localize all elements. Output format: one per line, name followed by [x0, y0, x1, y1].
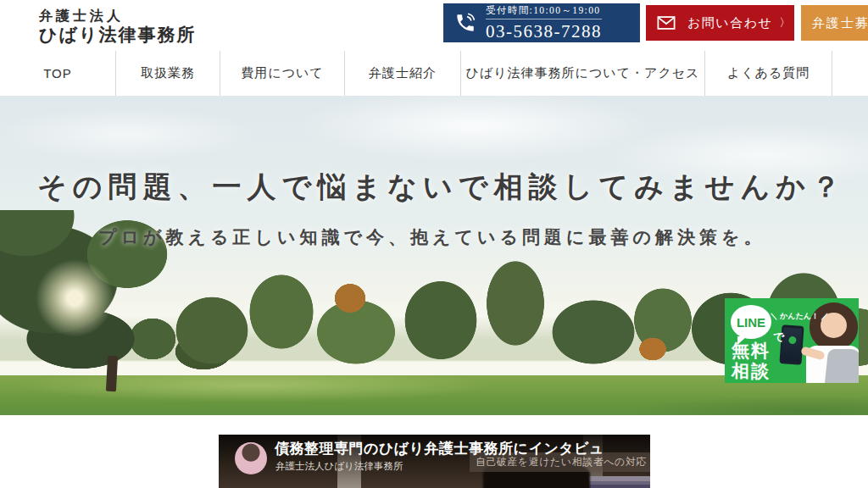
- nav-item-top[interactable]: TOP: [0, 51, 116, 96]
- nav-item-faq[interactable]: よくある質問: [705, 51, 832, 96]
- video-title[interactable]: 債務整理専門のひばり弁護士事務所にインタビュ: [275, 439, 604, 458]
- nav-label: 取扱業務: [141, 65, 195, 81]
- contact-button[interactable]: お問い合わせ 〉: [646, 5, 794, 41]
- video-channel: 弁護士法人ひばり法律事務所: [275, 460, 403, 473]
- recruit-button[interactable]: 弁護士募: [801, 5, 868, 41]
- line-free-line1: 無料: [732, 341, 771, 361]
- phone-box[interactable]: 受付時間:10:00～19:00 03-5638-7288: [443, 3, 640, 42]
- nav-item-about-access[interactable]: ひばり法律事務所について・アクセス: [461, 51, 705, 96]
- phone-number: 03-5638-7288: [486, 21, 602, 42]
- channel-avatar[interactable]: [235, 442, 267, 474]
- reception-hours: 受付時間:10:00～19:00: [486, 4, 602, 19]
- nav-label: 費用について: [241, 65, 323, 81]
- hero-headline: その問題、一人で悩まないで相談してみませんか？: [37, 168, 846, 207]
- nav-label: 弁護士紹介: [369, 65, 437, 81]
- site-header: 弁護士法人 ひばり法律事務所 受付時間:10:00～19:00 03-5638-…: [0, 0, 868, 51]
- page: 弁護士法人 ひばり法律事務所 受付時間:10:00～19:00 03-5638-…: [0, 0, 868, 488]
- contact-label: お問い合わせ: [687, 15, 772, 31]
- line-free-consult-text: 無料 相談: [732, 341, 771, 381]
- logo-firm-name: ひばり法律事務所: [39, 24, 196, 45]
- woman-vest-graphic: [825, 349, 859, 383]
- hero-tree-trunk: [106, 356, 118, 392]
- video-embed[interactable]: 自己破産を避けたい相談者への対応 債務整理専門のひばり弁護士事務所にインタビュ …: [219, 435, 650, 488]
- site-logo[interactable]: 弁護士法人 ひばり法律事務所: [39, 8, 196, 45]
- phone-icon: [454, 12, 476, 34]
- mail-icon: [657, 16, 676, 30]
- nav-item-services[interactable]: 取扱業務: [116, 51, 220, 96]
- line-easy-badge: ＼ かんたん！ ／: [767, 311, 832, 322]
- main-nav: TOP 取扱業務 費用について 弁護士紹介 ひばり法律事務所について・アクセス …: [0, 51, 868, 96]
- line-consultation-banner[interactable]: LINE で 無料 相談 ＼ かんたん！ ／: [725, 298, 859, 383]
- line-logo-text: LINE: [737, 315, 765, 330]
- nav-item-fees[interactable]: 費用について: [220, 51, 345, 96]
- line-free-line2: 相談: [732, 361, 771, 381]
- nav-label: ひばり法律事務所について・アクセス: [466, 65, 700, 81]
- recruit-label: 弁護士募: [812, 16, 868, 30]
- logo-corporate-type: 弁護士法人: [39, 8, 196, 24]
- chevron-right-icon: 〉: [779, 15, 790, 30]
- nav-spacer: [832, 51, 868, 96]
- line-logo: LINE: [731, 305, 771, 339]
- nav-label: TOP: [43, 66, 72, 80]
- hero-sun-glow: [32, 256, 117, 341]
- line-particle-text: で: [773, 330, 784, 345]
- nav-item-lawyers[interactable]: 弁護士紹介: [345, 51, 461, 96]
- nav-label: よくある質問: [727, 65, 810, 81]
- hero-subheadline: プロが教える正しい知識で今、抱えている問題に最善の解決策を。: [98, 225, 765, 249]
- hero-section: その問題、一人で悩まないで相談してみませんか？ プロが教える正しい知識で今、抱え…: [0, 96, 868, 415]
